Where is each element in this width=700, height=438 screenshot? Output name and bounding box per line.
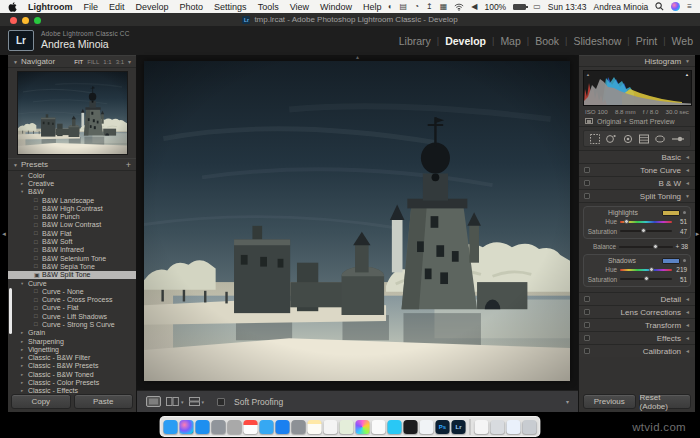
before-after-leftright-icon[interactable]: ▾: [166, 397, 184, 406]
red-eye-tool-icon[interactable]: [622, 133, 634, 145]
siri-icon[interactable]: [671, 2, 680, 11]
top-panel-collapse-arrow[interactable]: ▲: [355, 54, 360, 60]
do-not-disturb-icon[interactable]: ◐: [388, 3, 393, 11]
menu-bar-user[interactable]: Andrea Minoia: [594, 2, 649, 12]
panel-toggle-switch[interactable]: [584, 335, 590, 341]
window-icon[interactable]: ▭: [533, 3, 541, 11]
preset-item[interactable]: □B&W Punch: [8, 212, 136, 220]
preset-group-sharpening[interactable]: ▸Sharpening: [8, 337, 136, 345]
panel-tone-curve[interactable]: Tone Curve ◄: [579, 163, 695, 176]
battery-icon[interactable]: [513, 4, 526, 10]
module-web[interactable]: Web: [672, 35, 693, 47]
dock-terminal-icon[interactable]: [404, 420, 418, 434]
time-machine-icon[interactable]: ◔: [414, 3, 419, 11]
color-picker-icon[interactable]: [683, 211, 686, 214]
menu-help[interactable]: Help: [363, 2, 382, 12]
slider-thumb[interactable]: [653, 244, 658, 249]
upload-status-icon[interactable]: ↥: [426, 3, 433, 11]
module-develop[interactable]: Develop: [445, 35, 486, 47]
graduated-filter-tool-icon[interactable]: [638, 133, 650, 145]
saturation-slider-track[interactable]: [620, 278, 672, 280]
dock-trash-icon[interactable]: [523, 420, 537, 434]
preset-group-classic-bw-toned[interactable]: ▸Classic - B&W Toned: [8, 370, 136, 378]
panel-split-toning[interactable]: Split Toning ▼: [579, 189, 695, 202]
before-after-topbottom-icon[interactable]: ▾: [189, 397, 205, 406]
module-print[interactable]: Print: [636, 35, 658, 47]
preset-item[interactable]: □Curve - Flat: [8, 304, 136, 312]
menu-window[interactable]: Window: [320, 2, 352, 12]
dock-safari-icon[interactable]: [260, 420, 274, 434]
menu-bar-clock[interactable]: Sun 13:43: [548, 2, 587, 12]
preset-group-curve[interactable]: ▾Curve: [8, 279, 136, 287]
menu-file[interactable]: File: [84, 2, 99, 12]
create-preset-button[interactable]: +: [126, 160, 131, 170]
preset-item[interactable]: □Curve - Lift Shadows: [8, 312, 136, 320]
menu-lightroom[interactable]: Lightroom: [28, 2, 73, 12]
smart-preview-status[interactable]: Original + Smart Preview: [579, 116, 695, 127]
copy-button[interactable]: Copy: [11, 394, 71, 409]
balance-slider-track[interactable]: [619, 246, 673, 248]
dock-photos-icon[interactable]: [356, 420, 370, 434]
dock-dictionary-icon[interactable]: [420, 420, 434, 434]
preset-group-bw[interactable]: ▾B&W: [8, 188, 136, 196]
zoom-ratio[interactable]: 3:1: [116, 59, 124, 65]
dock-siri-icon[interactable]: [180, 420, 194, 434]
zoom-fill[interactable]: FILL: [87, 59, 99, 65]
panel-toggle-switch[interactable]: [584, 296, 590, 302]
slider-thumb[interactable]: [641, 228, 646, 233]
preset-item[interactable]: □B&W Low Contrast: [8, 221, 136, 229]
panel-toggle-switch[interactable]: [584, 322, 590, 328]
dock-app-store-icon[interactable]: [196, 420, 210, 434]
zoom-1-1[interactable]: 1:1: [103, 59, 111, 65]
slider-thumb[interactable]: [624, 219, 629, 224]
volume-icon[interactable]: ◀: [471, 3, 477, 11]
panel-calibration[interactable]: Calibration ◄: [579, 344, 695, 357]
dock-launchpad-icon[interactable]: [212, 420, 226, 434]
loupe-view-icon[interactable]: [146, 396, 161, 407]
dock-photoshop-icon[interactable]: Ps: [436, 420, 450, 434]
radial-filter-tool-icon[interactable]: [654, 133, 666, 145]
dock-itunes-icon[interactable]: [372, 420, 386, 434]
panel-toggle-switch[interactable]: [584, 193, 590, 199]
dock-calendar-icon[interactable]: [244, 420, 258, 434]
preset-group-classic-color-presets[interactable]: ▸Classic - Color Presets: [8, 378, 136, 386]
preset-item-selected[interactable]: ▣B&W Split Tone: [8, 271, 136, 279]
histogram[interactable]: ▲ ▲: [583, 70, 692, 106]
panel-toggle-switch[interactable]: [584, 167, 590, 173]
panel-toggle-switch[interactable]: [584, 309, 590, 315]
preset-item[interactable]: □B&W Selenium Tone: [8, 254, 136, 262]
preset-item[interactable]: □B&W Flat: [8, 229, 136, 237]
preset-item[interactable]: □B&W Landscape: [8, 196, 136, 204]
dock-maps-icon[interactable]: [340, 420, 354, 434]
preset-group-grain[interactable]: ▸Grain: [8, 329, 136, 337]
menu-view[interactable]: View: [290, 2, 309, 12]
dock-messages-icon[interactable]: [388, 420, 402, 434]
panel-bw[interactable]: B & W ◄: [579, 176, 695, 189]
preset-group-color[interactable]: ▸Color: [8, 171, 136, 179]
minimize-button[interactable]: [22, 17, 29, 24]
panel-detail[interactable]: Detail ◄: [579, 292, 695, 305]
preset-item[interactable]: □B&W Infrared: [8, 246, 136, 254]
panel-toggle-switch[interactable]: [584, 180, 590, 186]
keyboard-icon[interactable]: ▦: [440, 3, 448, 11]
navigator-header[interactable]: ▼ Navigator FIT FILL 1:1 3:1 ▾: [8, 55, 136, 68]
histogram-header[interactable]: Histogram ▼: [579, 55, 695, 67]
wifi-icon[interactable]: [454, 3, 464, 11]
adjustment-brush-tool-icon[interactable]: [671, 133, 685, 145]
saturation-slider-track[interactable]: [620, 230, 672, 232]
left-panel-collapse-arrow[interactable]: ◄: [0, 55, 8, 412]
module-slideshow[interactable]: Slideshow: [573, 35, 621, 47]
preset-item[interactable]: □B&W High Contrast: [8, 204, 136, 212]
left-panel-scrollbar[interactable]: [9, 288, 12, 334]
zoom-button[interactable]: [34, 17, 41, 24]
shadows-color-swatch[interactable]: [662, 258, 680, 264]
panel-effects[interactable]: Effects ◄: [579, 331, 695, 344]
close-button[interactable]: [10, 17, 17, 24]
apple-logo-icon[interactable]: [8, 2, 17, 12]
paste-button[interactable]: Paste: [74, 394, 134, 409]
preset-group-classic-bw-presets[interactable]: ▸Classic - B&W Presets: [8, 362, 136, 370]
menu-edit[interactable]: Edit: [109, 2, 125, 12]
reset-button[interactable]: Reset (Adobe): [639, 394, 692, 409]
menu-develop[interactable]: Develop: [136, 2, 169, 12]
spotlight-search-icon[interactable]: [655, 2, 664, 11]
